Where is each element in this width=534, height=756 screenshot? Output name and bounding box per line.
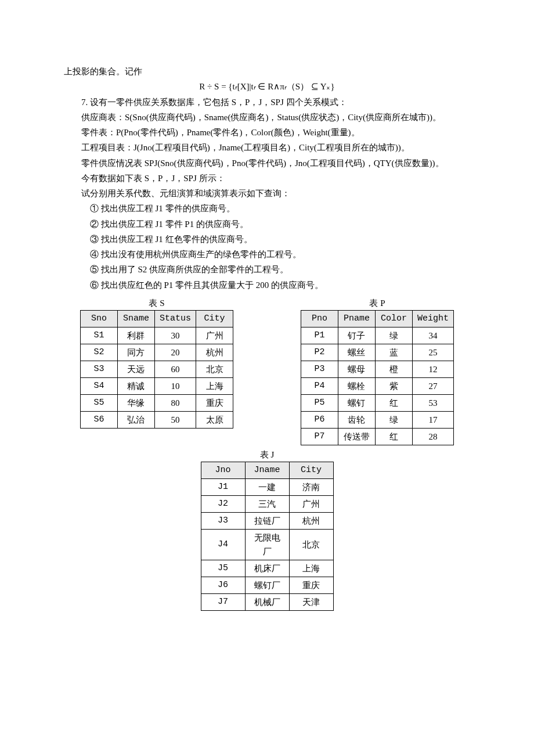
table-p-block: 表 P PnoPnameColorWeightP1钉子绿34P2螺丝蓝25P3螺… [284,296,470,445]
division-formula: R ÷ S = {tᵣ[X]|tᵣ ∈ R∧πᵣ（S） ⊆ Yₓ} [64,79,470,94]
table-cell: 北京 [289,529,333,560]
table-cell: P5 [301,394,338,411]
table-cell: 17 [412,411,453,428]
table-header: Pno [301,310,338,327]
table-cell: 蓝 [375,344,412,361]
table-cell: 传送带 [338,428,375,445]
table-cell: 杭州 [289,512,333,529]
table-cell: P6 [301,411,338,428]
table-cell: 上海 [196,377,233,394]
table-header: City [289,462,333,478]
paragraph-table-spj-def: 零件供应情况表 SPJ(Sno(供应商代码)，Pno(零件代码)，Jno(工程项… [64,156,470,171]
table-cell: P1 [301,327,338,344]
table-cell: J7 [201,593,245,610]
table-cell: 钉子 [338,327,375,344]
table-cell: S6 [80,411,117,428]
table-cell: 重庆 [289,577,333,593]
table-cell: S3 [80,361,117,377]
table-row: P5螺钉红53 [301,394,453,411]
table-cell: 12 [412,361,453,377]
table-cell: 三汽 [245,495,289,512]
paragraph-table-s-def: 供应商表：S(Sno(供应商代码)，Sname(供应商名)，Status(供应状… [64,110,470,125]
table-cell: 橙 [375,361,412,377]
paragraph-projection-tail: 上投影的集合。记作 [64,64,470,79]
table-row: P3螺母橙12 [301,361,453,377]
table-cell: 34 [412,327,453,344]
table-j-caption: 表 J [201,448,334,462]
query-item-5: ⑤ 找出用了 S2 供应商所供应的全部零件的工程号。 [64,262,470,277]
table-cell: 太原 [196,411,233,428]
query-item-1: ① 找出供应工程 J1 零件的供应商号。 [64,201,470,216]
table-cell: 30 [154,327,196,344]
table-header: Pname [338,310,375,327]
table-cell: 杭州 [196,344,233,361]
table-row: S5华缘80重庆 [80,394,233,411]
paragraph-table-j-def: 工程项目表：J(Jno(工程项目代码)，Jname(工程项目名)，City(工程… [64,140,470,155]
table-cell: 10 [154,377,196,394]
table-header: Jname [245,462,289,478]
table-cell: 上海 [289,560,333,577]
table-cell: 53 [412,394,453,411]
table-cell: 华缘 [117,394,154,411]
table-cell: 25 [412,344,453,361]
query-item-6: ⑥ 找出供应红色的 P1 零件且其供应量大于 200 的供应商号。 [64,278,470,293]
table-cell: S5 [80,394,117,411]
table-header: Jno [201,462,245,478]
table-cell: J5 [201,560,245,577]
table-cell: J6 [201,577,245,593]
table-row: P2螺丝蓝25 [301,344,453,361]
table-cell: 弘治 [117,411,154,428]
table-cell: 80 [154,394,196,411]
table-cell: J3 [201,512,245,529]
table-cell: 50 [154,411,196,428]
table-row: J1一建济南 [201,478,333,495]
table-row: S2同方20杭州 [80,344,233,361]
query-item-4: ④ 找出没有使用杭州供应商生产的绿色零件的工程号。 [64,247,470,262]
table-cell: 螺栓 [338,377,375,394]
table-cell: 机械厂 [245,593,289,610]
table-cell: 北京 [196,361,233,377]
table-header: Weight [412,310,453,327]
paragraph-query-intro: 试分别用关系代数、元组演算和域演算表示如下查询： [64,186,470,201]
paragraph-q7-intro: 7. 设有一零件供应关系数据库，它包括 S，P，J，SPJ 四个关系模式： [64,95,470,110]
table-cell: 一建 [245,478,289,495]
table-cell: S2 [80,344,117,361]
table-row: P1钉子绿34 [301,327,453,344]
table-cell: 拉链厂 [245,512,289,529]
table-header: Status [154,310,196,327]
table-header: Sno [80,310,117,327]
paragraph-table-p-def: 零件表：P(Pno(零件代码)，Pname(零件名)，Color(颜色)，Wei… [64,125,470,140]
table-cell: 27 [412,377,453,394]
table-cell: J1 [201,478,245,495]
table-cell: 紫 [375,377,412,394]
table-cell: 60 [154,361,196,377]
table-row: P6齿轮绿17 [301,411,453,428]
tables-row-s-p: 表 S SnoSnameStatusCityS1利群30广州S2同方20杭州S3… [64,296,470,445]
table-cell: 广州 [196,327,233,344]
table-p: PnoPnameColorWeightP1钉子绿34P2螺丝蓝25P3螺母橙12… [301,310,454,445]
table-row: S1利群30广州 [80,327,233,344]
table-s: SnoSnameStatusCityS1利群30广州S2同方20杭州S3天远60… [80,310,233,429]
table-j: JnoJnameCityJ1一建济南J2三汽广州J3拉链厂杭州J4无限电厂北京J… [201,462,334,611]
table-s-caption: 表 S [64,296,250,310]
table-cell: S4 [80,377,117,394]
table-cell: 精诚 [117,377,154,394]
table-row: J5机床厂上海 [201,560,333,577]
table-cell: 螺母 [338,361,375,377]
table-header: Sname [117,310,154,327]
table-row: J3拉链厂杭州 [201,512,333,529]
query-item-3: ③ 找出供应工程 J1 红色零件的供应商号。 [64,232,470,247]
table-header: City [196,310,233,327]
query-item-2: ② 找出供应工程 J1 零件 P1 的供应商号。 [64,217,470,232]
table-row: J4无限电厂北京 [201,529,333,560]
table-cell: J4 [201,529,245,560]
table-cell: 济南 [289,478,333,495]
table-j-block: 表 J JnoJnameCityJ1一建济南J2三汽广州J3拉链厂杭州J4无限电… [64,448,470,611]
table-cell: S1 [80,327,117,344]
table-header: Color [375,310,412,327]
table-cell: P3 [301,361,338,377]
table-row: J6螺钉厂重庆 [201,577,333,593]
table-row: J7机械厂天津 [201,593,333,610]
table-s-block: 表 S SnoSnameStatusCityS1利群30广州S2同方20杭州S3… [64,296,250,445]
table-cell: 红 [375,428,412,445]
